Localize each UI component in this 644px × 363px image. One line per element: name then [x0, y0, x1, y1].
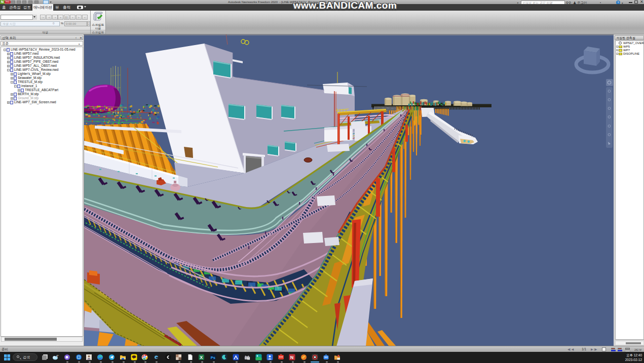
svg-text:4°: 4°: [56, 354, 59, 357]
svg-text:N: N: [290, 355, 294, 360]
svg-text:Ps: Ps: [211, 355, 215, 360]
svg-text:7: 7: [248, 357, 249, 360]
svg-text:X: X: [200, 355, 203, 360]
